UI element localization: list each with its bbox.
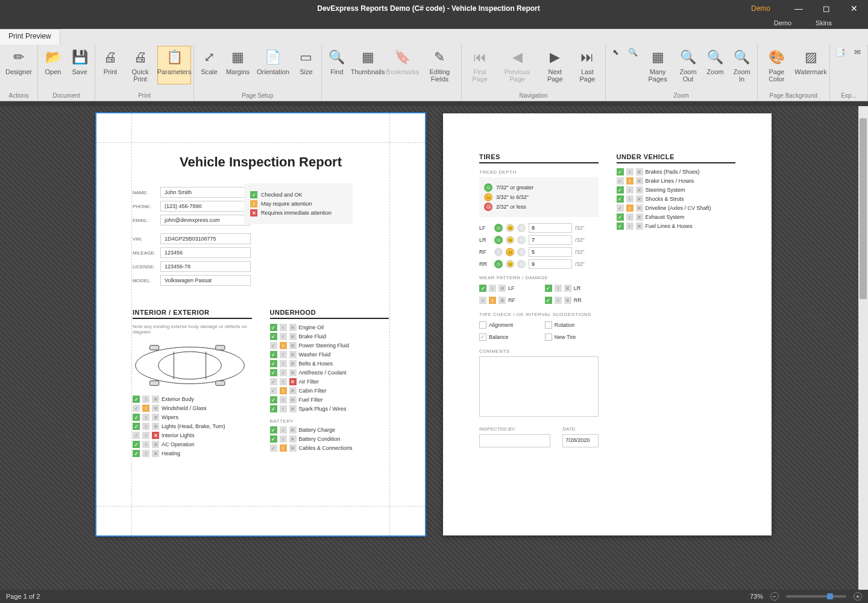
ribbon-orientation-button[interactable]: 📄Orientation [254, 46, 292, 84]
status-r-icon[interactable]: ✕ [152, 405, 159, 412]
status-y-icon[interactable]: ! [280, 387, 287, 394]
check-item[interactable]: ✓!✕Cabin Filter [270, 387, 389, 394]
field-phone[interactable]: (123) 456-7890 [160, 201, 251, 212]
status-r-icon[interactable]: ✕ [289, 405, 297, 412]
status-r-icon[interactable]: ✕ [152, 450, 159, 457]
check-item[interactable]: ✓!✕Windshield / Glass [133, 405, 252, 412]
wear-item[interactable]: ✓!✕RF [479, 297, 533, 304]
status-r-icon[interactable]: ✕ [289, 435, 297, 443]
status-y-icon[interactable]: ! [142, 396, 149, 403]
status-g-icon[interactable]: ✓ [270, 387, 277, 394]
status-r-icon[interactable]: ✕ [152, 423, 159, 430]
tread-y-icon[interactable]: 😐 [506, 260, 514, 268]
tab-print-preview[interactable]: Print Preview [0, 29, 60, 45]
status-y-icon[interactable]: ! [142, 405, 149, 412]
status-r-icon[interactable]: ✕ [289, 444, 297, 452]
status-icon[interactable]: ✕ [564, 297, 571, 304]
status-g-icon[interactable]: ✓ [270, 444, 277, 452]
tread-r-icon[interactable]: ☹ [517, 236, 526, 244]
checkbox[interactable] [479, 321, 486, 329]
status-icon[interactable]: ✓ [545, 285, 552, 292]
check-item[interactable]: ✓!✕Brake Lines / Hoses [617, 177, 736, 185]
page-2[interactable]: TIRES TREAD DEPTH ☺7/32" or greater 😐3/3… [443, 113, 772, 535]
status-g-icon[interactable]: ✓ [617, 168, 624, 175]
zoom-out-button[interactable]: − [770, 592, 779, 601]
tread-r-icon[interactable]: ☹ [517, 224, 526, 232]
status-icon[interactable]: ! [555, 297, 562, 304]
tread-value-input[interactable] [529, 259, 572, 269]
ribbon-save-button[interactable]: 💾Save [67, 46, 92, 84]
wear-item[interactable]: ✓!✕RR [545, 297, 599, 304]
checkbox[interactable] [479, 333, 486, 341]
suggestion-item[interactable]: Rotation [545, 321, 599, 329]
status-r-icon[interactable]: ✕ [636, 223, 643, 230]
tread-g-icon[interactable]: ☺ [494, 236, 503, 244]
check-item[interactable]: ✓!✕Cables & Connections [270, 444, 389, 452]
status-icon[interactable]: ✓ [479, 297, 486, 304]
status-r-icon[interactable]: ✕ [152, 432, 159, 439]
status-y-icon[interactable]: ! [280, 378, 287, 385]
status-r-icon[interactable]: ✕ [636, 177, 643, 185]
status-icon[interactable]: ✓ [479, 285, 486, 292]
ribbon-thumbnails-button[interactable]: ▦Thumbnails [351, 46, 385, 84]
status-r-icon[interactable]: ✕ [289, 351, 297, 358]
field-name[interactable]: John Smith [160, 187, 251, 198]
ribbon-size-button[interactable]: ▭Size [294, 46, 319, 84]
status-icon[interactable]: ✓ [545, 297, 552, 304]
ribbon---button[interactable]: 📑 [832, 46, 848, 58]
ribbon-watermark-button[interactable]: ▨Watermark [794, 46, 827, 84]
check-item[interactable]: ✓!✕Shocks & Struts [617, 195, 736, 203]
status-r-icon[interactable]: ✕ [289, 369, 297, 376]
status-y-icon[interactable]: ! [626, 168, 634, 175]
check-item[interactable]: ✓!✕Heating [133, 450, 252, 457]
status-g-icon[interactable]: ✓ [270, 342, 277, 349]
check-item[interactable]: ✓!✕Battery Condition [270, 435, 389, 443]
field-vin[interactable]: 1D4GP25B03108775 [160, 233, 251, 244]
minimize-button[interactable]: — [785, 4, 813, 13]
status-g-icon[interactable]: ✓ [133, 396, 140, 403]
zoom-in-button[interactable]: + [854, 592, 862, 601]
status-y-icon[interactable]: ! [280, 333, 287, 340]
status-g-icon[interactable]: ✓ [270, 351, 277, 358]
check-item[interactable]: ✓!✕Engine Oil [270, 324, 389, 331]
status-icon[interactable]: ✕ [498, 285, 506, 292]
wear-item[interactable]: ✓!✕LF [479, 285, 533, 292]
suggestion-item[interactable]: Alignment [479, 321, 533, 329]
status-g-icon[interactable]: ✓ [133, 450, 140, 457]
ribbon-zoom-in-button[interactable]: 🔍Zoom In [729, 46, 755, 84]
status-y-icon[interactable]: ! [142, 441, 149, 448]
status-y-icon[interactable]: ! [142, 450, 149, 457]
ribbon-zoom-button[interactable]: 🔍Zoom [703, 46, 728, 84]
status-r-icon[interactable]: ✕ [152, 396, 159, 403]
tread-g-icon[interactable]: ☺ [494, 224, 503, 232]
tread-y-icon[interactable]: 😐 [506, 224, 514, 232]
suggestion-item[interactable]: New Tire [545, 333, 599, 341]
ribbon-print-button[interactable]: 🖨Print [98, 46, 123, 84]
car-diagram[interactable] [133, 338, 247, 393]
status-r-icon[interactable]: ✕ [289, 324, 297, 331]
tread-g-icon[interactable]: ☺ [494, 260, 503, 268]
ribbon-zoom-out-button[interactable]: 🔍Zoom Out [675, 46, 701, 84]
status-y-icon[interactable]: ! [280, 360, 287, 367]
check-item[interactable]: ✓!✕Steering System [617, 186, 736, 194]
status-r-icon[interactable]: ✕ [289, 426, 297, 434]
status-g-icon[interactable]: ✓ [617, 186, 624, 194]
page-1[interactable]: Vehicle Inspection Report NAME:John Smit… [96, 113, 425, 535]
date-field[interactable]: 7/28/2020 [562, 434, 598, 447]
status-g-icon[interactable]: ✓ [133, 405, 140, 412]
tread-g-icon[interactable]: ☺ [494, 248, 503, 256]
comments-box[interactable] [479, 356, 599, 417]
check-item[interactable]: ✓!✕Antifreeze / Coolant [270, 369, 389, 376]
check-item[interactable]: ✓!✕Driveline (Axles / CV Shaft) [617, 204, 736, 212]
status-g-icon[interactable]: ✓ [617, 204, 624, 212]
ribbon---button[interactable]: ⬉ [608, 46, 624, 58]
status-r-icon[interactable]: ✕ [636, 195, 643, 203]
status-icon[interactable]: ! [489, 285, 496, 292]
tab-skins[interactable]: Skins [816, 19, 832, 27]
status-g-icon[interactable]: ✓ [133, 423, 140, 430]
ribbon-quick-print-button[interactable]: 🖨Quick Print [124, 46, 156, 84]
maximize-button[interactable]: ◻ [813, 4, 840, 13]
tread-r-icon[interactable]: ☹ [517, 260, 526, 268]
status-y-icon[interactable]: ! [626, 223, 634, 230]
tread-value-input[interactable] [529, 235, 572, 245]
